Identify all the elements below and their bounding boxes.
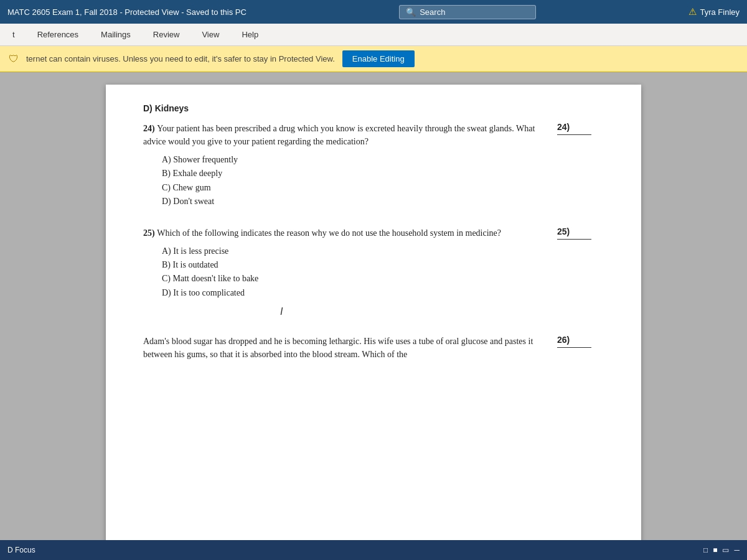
question-24-content: 24) Your patient has been prescribed a d… [143,122,604,209]
shield-icon: 🛡 [9,54,19,65]
question-24-choices: A) Shower frequently B) Exhale deeply C)… [162,153,554,209]
tab-mailings[interactable]: Mailings [96,26,136,43]
question-25-block: 25) Which of the following indicates the… [143,226,604,318]
document-title: MATC 2605 Exam 1, Fall 2018 - Protected … [7,7,247,17]
user-area: ⚠ Tyra Finley [688,6,740,17]
title-bar: MATC 2605 Exam 1, Fall 2018 - Protected … [0,0,747,24]
taskbar-left: D Focus [7,546,35,554]
question-25-text: 25) Which of the following indicates the… [143,226,554,240]
taskbar-icon-2[interactable]: ■ [713,546,717,554]
tab-t[interactable]: t [7,26,20,43]
user-name: Tyra Finley [700,7,740,17]
taskbar-icon-1[interactable]: □ [703,546,708,554]
tab-references[interactable]: References [32,26,83,43]
search-box[interactable]: 🔍 Search [399,5,536,19]
protected-view-message: ternet can contain viruses. Unless you n… [26,54,335,63]
taskbar-icon-4[interactable]: ─ [734,546,740,554]
question-26-block: Adam's blood sugar has dropped and he is… [143,335,604,366]
taskbar-icon-3[interactable]: ▭ [722,546,729,554]
choice-25c: C) Matt doesn't like to bake [162,272,554,286]
document-page: D) Kidneys 24) Your patient has been pre… [106,85,641,548]
question-26-answer-line [557,347,591,348]
choice-25b: B) It is outdated [162,258,554,272]
choice-25a: A) It is less precise [162,245,554,258]
protected-view-bar: 🛡 ternet can contain viruses. Unless you… [0,46,747,72]
choice-24c: C) Chew gum [162,181,554,195]
warning-icon: ⚠ [688,6,697,17]
tab-view[interactable]: View [197,26,224,43]
text-cursor: I [280,306,554,317]
question-26-side-label: 26) [557,335,604,345]
choice-24b: B) Exhale deeply [162,167,554,180]
search-label: Search [420,7,445,17]
question-24-answer-line [557,134,591,135]
question-26-side: 26) [557,335,604,348]
search-icon: 🔍 [406,7,416,17]
question-25-content: 25) Which of the following indicates the… [143,226,604,318]
question-25-side: 25) [557,226,604,240]
question-24-text: 24) Your patient has been prescribed a d… [143,122,554,148]
tab-help[interactable]: Help [237,26,263,43]
question-26-text: Adam's blood sugar has dropped and he is… [143,335,554,361]
prev-answer-text: D) Kidneys [143,103,604,113]
enable-editing-button[interactable]: Enable Editing [342,50,415,67]
question-25-answer-line [557,239,591,240]
question-25-choices: A) It is less precise B) It is outdated … [162,245,554,301]
ribbon-bar: t References Mailings Review View Help [0,24,747,46]
question-24-side: 24) [557,122,604,135]
question-26-content: Adam's blood sugar has dropped and he is… [143,335,604,366]
taskbar: D Focus □ ■ ▭ ─ [0,540,747,560]
choice-24a: A) Shower frequently [162,153,554,167]
focus-label: D Focus [7,546,35,554]
question-24-side-label: 24) [557,122,604,132]
taskbar-right: □ ■ ▭ ─ [703,546,740,554]
tab-review[interactable]: Review [148,26,185,43]
question-25-side-label: 25) [557,226,604,236]
question-24-block: 24) Your patient has been prescribed a d… [143,122,604,209]
choice-25d: D) It is too complicated [162,286,554,300]
document-area: D) Kidneys 24) Your patient has been pre… [0,72,747,560]
choice-24d: D) Don't sweat [162,195,554,208]
title-bar-left: MATC 2605 Exam 1, Fall 2018 - Protected … [7,7,247,17]
